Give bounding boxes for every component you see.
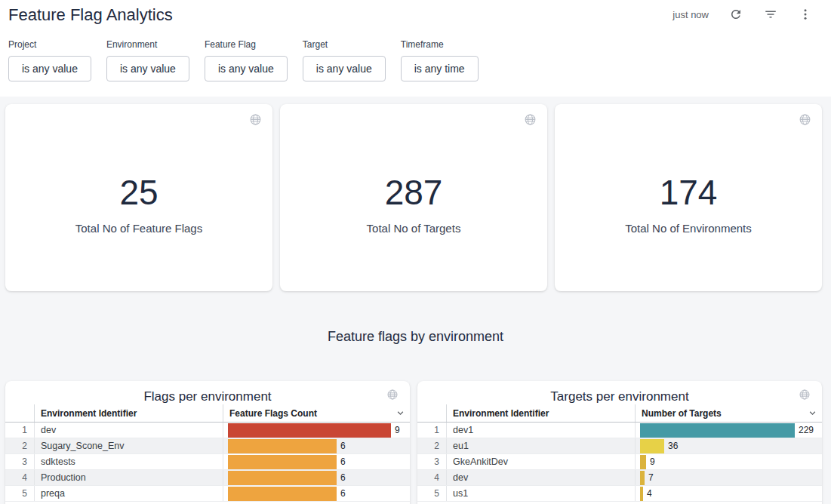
value-label: 9 — [395, 425, 400, 435]
row-number: 3 — [5, 454, 34, 469]
filter-value-button[interactable]: is any value — [106, 56, 189, 81]
kpi-tile-3: 174Total No of Environments — [555, 104, 822, 291]
value-label: 9 — [650, 456, 655, 467]
filter-project: Projectis any value — [8, 39, 91, 81]
header-controls: just now — [672, 7, 813, 22]
row-number-column-header — [5, 404, 34, 422]
table-title: Targets per environment — [417, 381, 822, 404]
value-bar — [228, 439, 337, 453]
table-header: Environment IdentifierNumber of Targets — [417, 404, 822, 423]
value-bar — [228, 455, 337, 469]
table-row[interactable]: 2eu136 — [417, 438, 822, 454]
value-bar — [640, 455, 646, 469]
dashboard-header: Feature Flag Analytics just now — [0, 0, 831, 35]
table-row[interactable]: 5us14 — [417, 486, 822, 502]
row-number-column-header — [417, 404, 446, 422]
globe-icon — [249, 113, 262, 126]
table-body: 1dev92Sugary_Scone_Env63sdktests64Produc… — [5, 423, 410, 502]
column-header-measure[interactable]: Number of Targets — [635, 404, 822, 422]
table-row[interactable]: 3GkeAnkitDev9 — [417, 454, 822, 470]
column-header-label: Number of Targets — [642, 408, 722, 419]
column-header-label: Feature Flags Count — [229, 408, 317, 419]
kpi-label: Total No of Environments — [625, 222, 752, 235]
globe-icon — [799, 113, 811, 126]
section-title: Feature flags by environment — [0, 329, 831, 345]
measure-cell: 6 — [223, 486, 410, 501]
kpi-value: 174 — [660, 175, 718, 210]
filter-label: Target — [303, 39, 386, 50]
value-label: 36 — [668, 441, 678, 451]
row-number: 1 — [417, 423, 446, 438]
refresh-icon[interactable] — [728, 7, 743, 22]
filter-label: Feature Flag — [205, 39, 288, 50]
value-label: 229 — [799, 425, 814, 435]
chevron-down-icon[interactable] — [807, 407, 818, 419]
globe-icon — [386, 389, 399, 401]
environment-identifier-cell: preqa — [34, 486, 223, 501]
table-row[interactable]: 4Production6 — [5, 470, 410, 486]
tables-row: Flags per environment Environment Identi… — [0, 381, 831, 504]
table-row[interactable]: 1dev1229 — [417, 423, 822, 438]
column-header-measure[interactable]: Feature Flags Count — [223, 404, 410, 422]
row-number: 4 — [5, 470, 34, 485]
filter-value-button[interactable]: is any value — [8, 56, 91, 81]
measure-cell: 36 — [635, 438, 822, 453]
environment-identifier-cell: Production — [34, 470, 223, 485]
column-header-environment-identifier[interactable]: Environment Identifier — [34, 404, 223, 422]
last-refreshed-text: just now — [672, 9, 709, 20]
measure-cell: 9 — [635, 454, 822, 469]
value-bar — [228, 423, 391, 438]
environment-identifier-cell: GkeAnkitDev — [446, 454, 635, 469]
environment-identifier-cell: dev — [446, 470, 635, 485]
table-row[interactable]: 2Sugary_Scone_Env6 — [5, 438, 410, 454]
value-label: 6 — [340, 441, 346, 451]
filter-icon[interactable] — [763, 7, 778, 22]
table-card-targets-per-environment: Targets per environment Environment Iden… — [417, 381, 822, 504]
value-bar — [228, 487, 337, 501]
measure-cell: 6 — [223, 454, 410, 469]
value-bar — [640, 487, 643, 501]
row-number: 3 — [417, 454, 446, 469]
dashboard-body: 25Total No of Feature Flags287Total No o… — [0, 97, 831, 504]
globe-icon — [799, 389, 811, 401]
table-row[interactable]: 1dev9 — [5, 423, 410, 438]
dashboard-page: Feature Flag Analytics just now Projecti… — [0, 0, 831, 504]
filter-timeframe: Timeframeis any time — [401, 39, 479, 81]
row-number: 2 — [417, 438, 446, 453]
environment-identifier-cell: dev1 — [446, 423, 635, 438]
chevron-down-icon[interactable] — [395, 407, 406, 419]
kpi-tile-2: 287Total No of Targets — [280, 104, 547, 291]
table-row[interactable]: 4dev7 — [417, 470, 822, 486]
measure-cell: 229 — [635, 423, 822, 438]
kpi-value: 287 — [385, 175, 443, 210]
value-label: 7 — [648, 472, 654, 483]
environment-identifier-cell: sdktests — [34, 454, 223, 469]
table-body: 1dev12292eu1363GkeAnkitDev94dev75us14 — [417, 423, 822, 502]
kpi-label: Total No of Feature Flags — [75, 222, 202, 235]
row-number: 4 — [417, 470, 446, 485]
kpi-row: 25Total No of Feature Flags287Total No o… — [0, 104, 831, 291]
measure-cell: 4 — [635, 486, 822, 501]
kpi-tile-1: 25Total No of Feature Flags — [5, 104, 272, 291]
environment-identifier-cell: us1 — [446, 486, 635, 501]
value-label: 6 — [340, 456, 346, 467]
filter-target: Targetis any value — [303, 39, 386, 81]
column-header-environment-identifier[interactable]: Environment Identifier — [446, 404, 635, 422]
table-row[interactable]: 3sdktests6 — [5, 454, 410, 470]
filter-value-button[interactable]: is any value — [205, 56, 288, 81]
row-number: 5 — [417, 486, 446, 501]
filter-bar: Projectis any valueEnvironmentis any val… — [0, 35, 831, 97]
filter-label: Timeframe — [401, 39, 479, 50]
filter-label: Project — [8, 39, 91, 50]
environment-identifier-cell: Sugary_Scone_Env — [34, 438, 223, 453]
kebab-menu-icon[interactable] — [798, 7, 813, 22]
value-bar — [640, 439, 664, 453]
table-row[interactable]: 5preqa6 — [5, 486, 410, 502]
row-number: 2 — [5, 438, 34, 453]
filter-label: Environment — [106, 39, 189, 50]
measure-cell: 7 — [635, 470, 822, 485]
measure-cell: 9 — [223, 423, 410, 438]
filter-value-button[interactable]: is any time — [401, 56, 479, 81]
kpi-label: Total No of Targets — [367, 222, 461, 235]
filter-value-button[interactable]: is any value — [303, 56, 386, 81]
